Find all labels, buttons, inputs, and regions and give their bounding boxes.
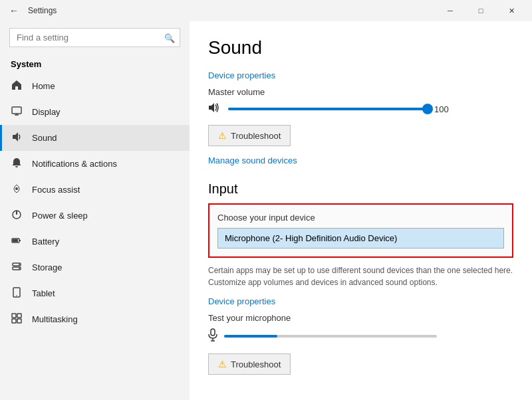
title-bar: ← Settings ─ □ ✕: [0, 0, 532, 21]
sidebar-item-sound[interactable]: Sound: [0, 125, 190, 151]
tablet-icon: [11, 287, 23, 300]
svg-marker-20: [209, 103, 214, 112]
svg-rect-17: [17, 314, 21, 318]
sidebar-item-tablet[interactable]: Tablet: [0, 280, 190, 306]
input-device-select[interactable]: Microphone (2- High Definition Audio Dev…: [217, 228, 504, 249]
volume-slider-thumb: [422, 104, 433, 114]
power-icon: [11, 209, 23, 222]
close-button[interactable]: ✕: [496, 0, 527, 21]
choose-input-label: Choose your input device: [217, 213, 504, 223]
svg-point-4: [15, 187, 18, 190]
sidebar-item-label-battery: Battery: [32, 237, 179, 247]
microphone-icon: [208, 328, 217, 344]
warning-icon-2: ⚠: [218, 359, 227, 369]
focus-icon: [11, 183, 23, 196]
sidebar-item-label-display: Display: [32, 107, 179, 117]
troubleshoot-button-1[interactable]: ⚠ Troubleshoot: [208, 125, 291, 146]
back-button[interactable]: ←: [5, 4, 23, 17]
content-area: Sound Device properties Master volume 10…: [190, 21, 532, 400]
mic-test-row: [208, 328, 513, 344]
volume-row: 100: [208, 102, 513, 116]
app-body: 🔍 System Home Display Sound Notific: [0, 21, 532, 400]
svg-point-12: [19, 264, 20, 265]
system-section-label: System: [0, 54, 190, 73]
svg-rect-18: [12, 319, 16, 323]
svg-rect-21: [211, 329, 215, 336]
home-icon: [11, 80, 23, 92]
search-icon: 🔍: [164, 33, 175, 43]
volume-value: 100: [434, 104, 454, 114]
mic-level-bar: [224, 335, 437, 338]
search-container: 🔍: [9, 28, 180, 47]
volume-slider-fill: [228, 108, 428, 110]
title-bar-title: Settings: [28, 6, 435, 15]
sidebar-item-label-focus: Focus assist: [32, 185, 179, 195]
test-mic-label: Test your microphone: [208, 313, 513, 323]
sidebar-item-multitasking[interactable]: Multitasking: [0, 306, 190, 332]
warning-icon-1: ⚠: [218, 130, 227, 141]
sidebar-item-home[interactable]: Home: [0, 73, 190, 99]
maximize-button[interactable]: □: [466, 0, 496, 21]
minimize-button[interactable]: ─: [435, 0, 466, 21]
info-text: Certain apps may be set up to use differ…: [208, 264, 513, 288]
svg-point-15: [16, 295, 17, 296]
notifications-icon: [11, 157, 23, 170]
sidebar-item-display[interactable]: Display: [0, 99, 190, 125]
master-volume-label: Master volume: [208, 87, 513, 97]
manage-sound-devices-link[interactable]: Manage sound devices: [208, 155, 297, 165]
troubleshoot-button-2[interactable]: ⚠ Troubleshoot: [208, 353, 291, 375]
svg-rect-0: [12, 107, 21, 114]
search-input[interactable]: [9, 28, 180, 47]
sidebar-item-label-storage: Storage: [32, 262, 179, 272]
volume-icon: [208, 102, 221, 116]
input-section-title: Input: [208, 181, 513, 197]
troubleshoot-label-2: Troubleshoot: [231, 359, 281, 369]
page-title: Sound: [208, 37, 513, 58]
sound-icon: [11, 132, 23, 144]
sidebar-item-label-multitasking: Multitasking: [32, 314, 179, 324]
troubleshoot-label-1: Troubleshoot: [231, 131, 281, 141]
svg-rect-16: [12, 314, 16, 318]
sidebar-item-focus[interactable]: Focus assist: [0, 177, 190, 203]
svg-rect-9: [13, 239, 18, 242]
device-properties-link-2[interactable]: Device properties: [208, 296, 275, 306]
input-device-box: Choose your input device Microphone (2- …: [208, 203, 513, 258]
storage-icon: [11, 261, 23, 274]
mic-level-fill: [224, 335, 277, 338]
sidebar-item-label-power: Power & sleep: [32, 211, 179, 221]
window-controls: ─ □ ✕: [435, 0, 527, 21]
sidebar-item-battery[interactable]: Battery: [0, 229, 190, 254]
sidebar: 🔍 System Home Display Sound Notific: [0, 21, 190, 400]
sidebar-item-label-home: Home: [32, 81, 179, 91]
battery-icon: [11, 235, 23, 248]
sidebar-item-notifications[interactable]: Notifications & actions: [0, 151, 190, 177]
multitasking-icon: [11, 313, 23, 326]
sidebar-item-label-notifications: Notifications & actions: [32, 159, 179, 169]
svg-rect-8: [19, 240, 21, 241]
sidebar-item-power[interactable]: Power & sleep: [0, 203, 190, 229]
display-icon: [11, 106, 23, 118]
sidebar-item-storage[interactable]: Storage: [0, 254, 190, 280]
device-properties-link-1[interactable]: Device properties: [208, 70, 275, 80]
svg-marker-3: [13, 132, 18, 142]
svg-rect-19: [17, 319, 21, 323]
sidebar-item-label-sound: Sound: [32, 133, 179, 143]
svg-point-13: [19, 268, 20, 269]
volume-slider[interactable]: [228, 108, 428, 110]
sidebar-item-label-tablet: Tablet: [32, 288, 179, 298]
